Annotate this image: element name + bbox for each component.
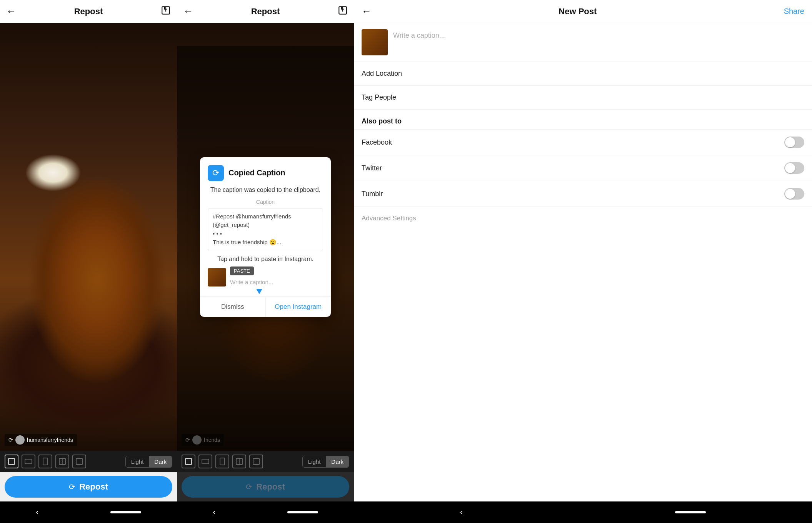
layout-icons-1 bbox=[5, 455, 86, 468]
bottom-toolbar-1: Light Dark bbox=[0, 451, 177, 472]
nav-pill-3[interactable] bbox=[675, 511, 706, 513]
tumblr-toggle-row: Tumblr bbox=[354, 181, 812, 207]
layout-icon-3[interactable] bbox=[55, 455, 69, 468]
top-bar-3: ← New Post Share bbox=[354, 0, 812, 23]
advanced-settings[interactable]: Advanced Settings bbox=[354, 207, 812, 230]
repost-btn-label-2: Repost bbox=[256, 482, 285, 492]
dialog-caption-text: #Repost @humansfurryfriends(@get_repost)… bbox=[213, 213, 291, 246]
tumblr-toggle[interactable] bbox=[784, 188, 804, 200]
repost-button-2[interactable]: ⟳ Repost bbox=[182, 476, 349, 498]
share-icon-2[interactable] bbox=[338, 5, 348, 18]
layout-icon-2-2[interactable] bbox=[215, 455, 229, 468]
twitter-toggle[interactable] bbox=[784, 162, 804, 174]
facebook-label: Facebook bbox=[362, 138, 392, 147]
username-1: humansfurryfriends bbox=[27, 437, 73, 443]
dismiss-button[interactable]: Dismiss bbox=[200, 297, 266, 317]
mini-thumb bbox=[208, 268, 226, 286]
repost-button-1[interactable]: ⟳ Repost bbox=[5, 476, 172, 498]
top-bar-1: ← Repost bbox=[0, 0, 177, 23]
dark-btn-2[interactable]: Dark bbox=[326, 456, 349, 467]
svg-rect-7 bbox=[76, 458, 82, 465]
theme-toggle-1: Light Dark bbox=[125, 456, 172, 468]
panel-new-post: ← New Post Share Write a caption... Add … bbox=[354, 0, 812, 523]
layout-icon-0[interactable] bbox=[5, 455, 18, 468]
nav-pill-2[interactable] bbox=[287, 511, 318, 513]
panel3-title: New Post bbox=[559, 7, 597, 17]
tag-people-label: Tag People bbox=[362, 93, 396, 102]
nav-back-2[interactable]: ‹ bbox=[213, 507, 215, 517]
theme-toggle-2: Light Dark bbox=[302, 456, 349, 468]
panel1-title: Repost bbox=[74, 7, 103, 17]
dark-btn-1[interactable]: Dark bbox=[149, 456, 172, 467]
svg-rect-12 bbox=[220, 458, 225, 465]
paste-tooltip[interactable]: PASTE bbox=[230, 266, 254, 275]
light-btn-2[interactable]: Light bbox=[303, 456, 326, 467]
panel-repost-2: ← Repost ⟳ friends ⟳ Copied Caption The … bbox=[177, 0, 354, 523]
repost-btn-icon-1: ⟳ bbox=[69, 482, 75, 491]
dialog-caption-label: Caption bbox=[208, 199, 323, 205]
layout-icon-2-3[interactable] bbox=[232, 455, 246, 468]
dialog-header: ⟳ Copied Caption bbox=[200, 157, 331, 187]
svg-rect-10 bbox=[185, 458, 192, 465]
facebook-toggle-row: Facebook bbox=[354, 130, 812, 155]
share-icon-1[interactable] bbox=[161, 5, 171, 18]
tag-people-item[interactable]: Tag People bbox=[354, 86, 812, 110]
also-post-header: Also post to bbox=[354, 110, 812, 130]
repost-btn-label-1: Repost bbox=[79, 482, 108, 492]
panel-repost-1: ← Repost ⟳ humansfurryfriends bbox=[0, 0, 177, 523]
svg-rect-15 bbox=[253, 458, 259, 465]
top-bar-2: ← Repost bbox=[177, 0, 354, 23]
layout-icons-2 bbox=[182, 455, 263, 468]
dialog-box: ⟳ Copied Caption The caption was copied … bbox=[200, 157, 331, 317]
add-location-item[interactable]: Add Location bbox=[354, 62, 812, 86]
dialog-caption-box: #Repost @humansfurryfriends(@get_repost)… bbox=[208, 208, 323, 251]
svg-rect-4 bbox=[43, 458, 48, 465]
dialog-body: The caption was copied to the clipboard.… bbox=[200, 187, 331, 296]
layout-icon-2-0[interactable] bbox=[182, 455, 195, 468]
caption-thumb bbox=[362, 29, 388, 55]
caption-row: Write a caption... bbox=[354, 23, 812, 62]
nav-back-1[interactable]: ‹ bbox=[36, 507, 38, 517]
light-btn-1[interactable]: Light bbox=[126, 456, 149, 467]
nav-bar-1: ‹ bbox=[0, 501, 177, 523]
layout-icon-4[interactable] bbox=[72, 455, 86, 468]
back-button-3[interactable]: ← bbox=[362, 5, 372, 17]
dialog-description: The caption was copied to the clipboard. bbox=[208, 187, 323, 193]
twitter-label: Twitter bbox=[362, 164, 382, 172]
dialog-footer: Dismiss Open Instagram bbox=[200, 296, 331, 317]
tumblr-label: Tumblr bbox=[362, 190, 383, 198]
nav-pill-1[interactable] bbox=[110, 511, 141, 513]
caption-input[interactable]: Write a caption... bbox=[393, 29, 804, 40]
svg-rect-3 bbox=[25, 459, 32, 464]
layout-icon-2-4[interactable] bbox=[249, 455, 263, 468]
share-button-3[interactable]: Share bbox=[784, 7, 804, 16]
dialog-paste-hint: Tap and hold to paste in Instagram. bbox=[208, 256, 323, 263]
dialog-caption-preview: PASTE Write a caption... bbox=[208, 268, 323, 287]
twitter-toggle-row: Twitter bbox=[354, 155, 812, 181]
panel2-image-area: ⟳ friends ⟳ Copied Caption The caption w… bbox=[177, 23, 354, 451]
repost-watermark-icon-1: ⟳ bbox=[8, 437, 13, 443]
open-instagram-button[interactable]: Open Instagram bbox=[266, 297, 331, 317]
cursor-triangle bbox=[256, 289, 262, 294]
layout-icon-2-1[interactable] bbox=[198, 455, 212, 468]
facebook-toggle[interactable] bbox=[784, 137, 804, 148]
nav-bar-3: ‹ bbox=[354, 501, 812, 523]
dialog-overlay: ⟳ Copied Caption The caption was copied … bbox=[177, 23, 354, 451]
panel2-title: Repost bbox=[251, 7, 280, 17]
svg-rect-11 bbox=[202, 459, 209, 464]
repost-btn-icon-2: ⟳ bbox=[246, 482, 252, 491]
svg-rect-2 bbox=[8, 458, 15, 465]
nav-back-3[interactable]: ‹ bbox=[460, 507, 463, 517]
avatar-1 bbox=[15, 435, 25, 445]
nav-bar-2: ‹ bbox=[177, 501, 354, 523]
panel3-content: Write a caption... Add Location Tag Peop… bbox=[354, 23, 812, 501]
dialog-title: Copied Caption bbox=[228, 168, 285, 177]
dialog-icon: ⟳ bbox=[208, 165, 224, 181]
dog-image-1 bbox=[0, 23, 177, 451]
back-button-2[interactable]: ← bbox=[183, 5, 193, 17]
back-button-1[interactable]: ← bbox=[6, 5, 16, 17]
layout-icon-2[interactable] bbox=[38, 455, 52, 468]
layout-icon-1[interactable] bbox=[22, 455, 35, 468]
add-location-label: Add Location bbox=[362, 70, 402, 78]
image-area-1: ⟳ humansfurryfriends bbox=[0, 23, 177, 451]
